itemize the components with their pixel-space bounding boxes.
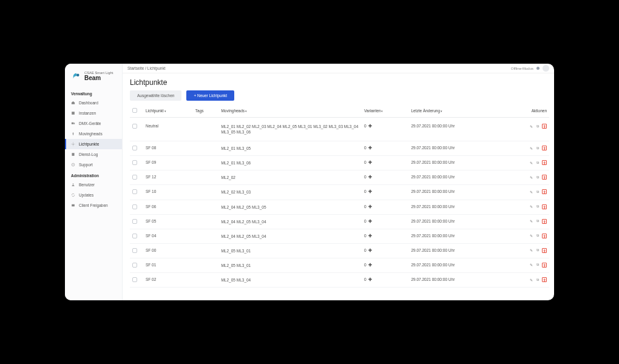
table-row: NeutralML2_01 ML2_02 ML2_03 ML2_04 ML2_0…: [130, 118, 549, 141]
main-content: Startseite / Lichtpunkt Offline-Modus Li…: [123, 64, 554, 300]
copy-icon[interactable]: ⧉: [535, 146, 540, 150]
edit-icon[interactable]: ✎: [529, 146, 533, 150]
row-checkbox[interactable]: [132, 234, 137, 238]
copy-icon[interactable]: ⧉: [535, 189, 540, 194]
brand-name: Beam: [84, 75, 113, 81]
delete-icon[interactable]: 🗑: [542, 277, 547, 282]
sidebar-item-movingheads[interactable]: Movingheads: [65, 129, 122, 139]
table-container[interactable]: Lichtpunkt▾ Tags Movingheads▾ Varianten▾…: [123, 106, 554, 300]
cell-lichtpunkt: SF 05: [143, 214, 193, 229]
plus-icon: ✚: [367, 219, 372, 223]
home-icon: [71, 101, 75, 105]
edit-icon[interactable]: ✎: [529, 248, 533, 253]
row-checkbox[interactable]: [132, 248, 137, 253]
sidebar-item-dmx-geraete[interactable]: DMX-Geräte: [65, 118, 122, 129]
cell-lichtpunkt: SF 01: [143, 258, 193, 272]
row-checkbox[interactable]: [132, 204, 137, 209]
new-lichtpunkt-button[interactable]: + Neuer Lichtpunkt: [186, 90, 234, 101]
copy-icon[interactable]: ⧉: [535, 248, 540, 253]
select-all-checkbox[interactable]: [132, 108, 137, 113]
edit-icon[interactable]: ✎: [529, 189, 533, 194]
sidebar-item-benutzer[interactable]: Benutzer: [65, 180, 122, 190]
table-row: SF 09ML2_01 ML3_060 ✚29.07.2021 00:00:00…: [130, 156, 549, 170]
delete-icon[interactable]: 🗑: [542, 204, 547, 209]
cell-lichtpunkt: SF 08: [143, 141, 193, 156]
row-checkbox[interactable]: [132, 277, 137, 282]
table-row: SF 08ML2_01 ML3_050 ✚29.07.2021 00:00:00…: [130, 141, 549, 156]
sidebar-item-dashboard[interactable]: Dashboard: [65, 98, 122, 108]
cell-varianten: 0 ✚: [362, 141, 408, 156]
offline-status-dot-icon: [536, 67, 540, 70]
copy-icon[interactable]: ⧉: [535, 219, 540, 224]
sort-caret-icon: ▾: [441, 109, 442, 113]
sidebar-item-updates[interactable]: Updates: [65, 190, 122, 200]
delete-icon[interactable]: 🗑: [542, 248, 547, 253]
row-checkbox[interactable]: [132, 189, 137, 194]
brand-logo: CSAE Smart Light Beam: [65, 69, 122, 88]
edit-icon[interactable]: ✎: [529, 175, 533, 180]
sidebar-item-label: DMX-Geräte: [79, 121, 101, 126]
edit-icon[interactable]: ✎: [529, 234, 533, 238]
table-row: SF 12ML2_020 ✚29.07.2021 00:00:00 Uhr✎⧉🗑: [130, 170, 549, 185]
app-window: CSAE Smart Light Beam Verwaltung Dashboa…: [65, 64, 554, 300]
copy-icon[interactable]: ⧉: [535, 175, 540, 180]
delete-icon[interactable]: 🗑: [542, 263, 547, 268]
sidebar-item-lichtpunkte[interactable]: Lichtpunkte: [65, 139, 122, 149]
col-varianten[interactable]: Varianten▾: [362, 106, 408, 118]
cell-tags: [193, 214, 219, 229]
delete-icon[interactable]: 🗑: [542, 146, 547, 150]
cell-tags: [193, 200, 219, 214]
cell-varianten: 0 ✚: [362, 156, 408, 170]
table-row: SF 02ML2_05 ML3_040 ✚29.07.2021 00:00:00…: [130, 273, 549, 288]
cube-icon: [71, 111, 75, 115]
row-checkbox[interactable]: [132, 219, 137, 224]
cell-tags: [193, 156, 219, 170]
plus-icon: ✚: [367, 204, 372, 209]
edit-icon[interactable]: ✎: [529, 160, 533, 165]
sidebar-item-dienst-log[interactable]: Dienst-Log: [65, 149, 122, 160]
plus-icon: ✚: [367, 189, 372, 194]
cell-actions: ✎⧉🗑: [504, 118, 549, 141]
sort-caret-icon: ▾: [245, 109, 247, 113]
table-row: SF 01ML2_05 ML3_010 ✚29.07.2021 00:00:00…: [130, 258, 549, 272]
delete-icon[interactable]: 🗑: [542, 234, 547, 238]
row-checkbox[interactable]: [132, 263, 137, 268]
edit-icon[interactable]: ✎: [529, 204, 533, 209]
col-movingheads[interactable]: Movingheads▾: [218, 106, 362, 118]
edit-icon[interactable]: ✎: [529, 219, 533, 224]
copy-icon[interactable]: ⧉: [535, 234, 540, 238]
col-lichtpunkt[interactable]: Lichtpunkt▾: [143, 106, 193, 118]
avatar[interactable]: [543, 65, 549, 72]
delete-icon[interactable]: 🗑: [542, 160, 547, 165]
svg-rect-10: [72, 204, 75, 207]
row-checkbox[interactable]: [132, 124, 137, 129]
breadcrumb: Startseite / Lichtpunkt: [127, 66, 166, 70]
delete-icon[interactable]: 🗑: [542, 124, 547, 129]
row-checkbox[interactable]: [132, 146, 137, 150]
cell-lichtpunkt: SF 04: [143, 229, 193, 243]
row-checkbox[interactable]: [132, 160, 137, 165]
sidebar-item-instanzen[interactable]: Instanzen: [65, 108, 122, 118]
sidebar-item-label: Movingheads: [79, 132, 103, 136]
copy-icon[interactable]: ⧉: [535, 160, 540, 165]
delete-icon[interactable]: 🗑: [542, 175, 547, 180]
cell-movingheads: ML2_05 ML3_01: [218, 243, 362, 258]
col-tags[interactable]: Tags: [193, 106, 219, 118]
delete-icon[interactable]: 🗑: [542, 219, 547, 224]
delete-selected-button[interactable]: Ausgewählte löschen: [130, 90, 181, 101]
row-checkbox[interactable]: [132, 175, 137, 180]
copy-icon[interactable]: ⧉: [535, 204, 540, 209]
table-row: SF 05ML2_04 ML2_05 ML3_040 ✚29.07.2021 0…: [130, 214, 549, 229]
copy-icon[interactable]: ⧉: [535, 124, 540, 129]
col-letzte-aenderung[interactable]: Letzte Änderung▾: [408, 106, 504, 118]
devices-icon: [71, 121, 75, 126]
edit-icon[interactable]: ✎: [529, 124, 533, 129]
edit-icon[interactable]: ✎: [529, 263, 533, 268]
copy-icon[interactable]: ⧉: [535, 263, 540, 268]
sidebar-item-support[interactable]: Support: [65, 160, 122, 170]
delete-icon[interactable]: 🗑: [542, 189, 547, 194]
cell-tags: [193, 243, 219, 258]
copy-icon[interactable]: ⧉: [535, 277, 540, 282]
sidebar-item-client-freigaben[interactable]: Client Freigaben: [65, 200, 122, 211]
edit-icon[interactable]: ✎: [529, 277, 533, 282]
